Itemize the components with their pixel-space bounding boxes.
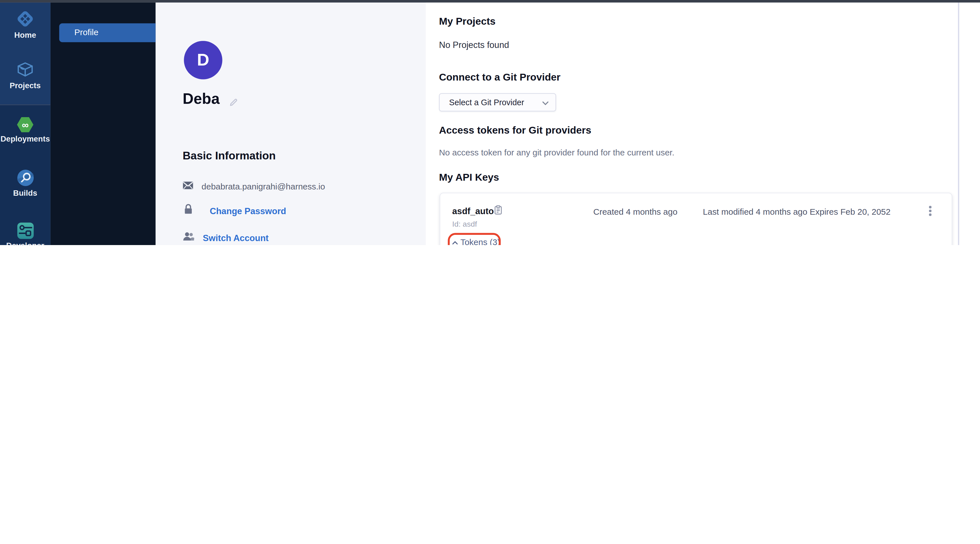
tokens-collapse-toggle[interactable]: Tokens (3) xyxy=(452,237,500,245)
profile-panel: D Deba Basic Information debabrata.panig… xyxy=(155,3,426,245)
git-provider-select-value: Select a Git Provider xyxy=(449,97,524,107)
user-email: debabrata.panigrahi@harness.io xyxy=(202,181,325,191)
edit-name-pencil-icon[interactable] xyxy=(228,97,238,110)
chevron-down-icon xyxy=(542,97,549,107)
switch-account-people-icon xyxy=(183,232,195,243)
secondary-sidebar: Profile Sign Out xyxy=(51,3,156,245)
svg-text:∞: ∞ xyxy=(22,120,29,130)
window-top-edge xyxy=(0,0,980,3)
home-icon xyxy=(15,9,35,32)
clipboard-icon[interactable] xyxy=(495,205,502,217)
user-name: Deba xyxy=(183,90,220,108)
module-sidebar: Home Projects ∞ Deployments Builds xyxy=(0,3,51,245)
api-key-name: asdf_auto xyxy=(452,206,494,216)
access-tokens-title: Access tokens for Git providers xyxy=(439,124,591,135)
sidebar-item-developer-portal[interactable]: Developer Portal xyxy=(0,223,51,245)
sidebar-item-profile[interactable]: Profile xyxy=(59,23,156,42)
sidebar-section-top: Home Projects xyxy=(0,3,51,105)
sidebar-label-builds: Builds xyxy=(0,189,51,197)
projects-cube-icon xyxy=(16,60,35,82)
connect-git-title: Connect to a Git Provider xyxy=(439,72,560,83)
sidebar-label-projects: Projects xyxy=(0,82,51,90)
email-row: debabrata.panigrahi@harness.io xyxy=(183,181,325,192)
developer-portal-icon xyxy=(17,223,34,242)
git-provider-select[interactable]: Select a Git Provider xyxy=(439,93,556,111)
scrollbar-track-line xyxy=(958,3,959,245)
switch-account-link[interactable]: Switch Account xyxy=(203,232,269,243)
profile-nav-label: Profile xyxy=(74,28,99,37)
lock-icon xyxy=(184,204,192,217)
my-projects-title: My Projects xyxy=(439,16,495,27)
email-icon xyxy=(183,181,194,192)
no-projects-text: No Projects found xyxy=(439,40,509,49)
tokens-count-label: Tokens (3) xyxy=(460,237,500,245)
sidebar-item-home[interactable]: Home xyxy=(0,9,51,39)
access-tokens-empty-text: No access token for any git provider fou… xyxy=(439,148,675,157)
chevron-up-icon xyxy=(452,237,458,245)
sidebar-item-projects[interactable]: Projects xyxy=(0,60,51,89)
sidebar-section-modules: ∞ Deployments Builds Developer Portal xyxy=(0,104,51,245)
sidebar-item-deployments[interactable]: ∞ Deployments xyxy=(0,116,51,143)
builds-icon xyxy=(16,169,34,189)
change-password-link[interactable]: Change Password xyxy=(210,206,286,216)
api-key-id: Id: asdf xyxy=(452,220,477,229)
api-key-created: Created 4 months ago xyxy=(593,207,678,216)
api-key-card: asdf_auto Id: asdf Created 4 months ago … xyxy=(439,192,952,245)
change-password-row: Change Password xyxy=(183,204,286,217)
api-key-more-menu[interactable] xyxy=(927,204,933,218)
profile-avatar[interactable]: D xyxy=(184,41,222,79)
sidebar-label-deployments: Deployments xyxy=(0,135,51,143)
deployments-icon: ∞ xyxy=(16,116,34,133)
sidebar-label-home: Home xyxy=(0,32,51,39)
switch-account-row: Switch Account xyxy=(183,232,269,243)
api-key-modified: Last modified 4 months ago Expires Feb 2… xyxy=(703,207,890,216)
basic-information-title: Basic Information xyxy=(183,149,276,162)
app-window: Home Projects ∞ Deployments Builds xyxy=(0,0,980,245)
main-content: My Projects No Projects found Connect to… xyxy=(426,3,980,245)
my-api-keys-title: My API Keys xyxy=(439,172,499,183)
sidebar-label-developer-portal: Developer Portal xyxy=(0,242,51,245)
sidebar-item-builds[interactable]: Builds xyxy=(0,169,51,197)
